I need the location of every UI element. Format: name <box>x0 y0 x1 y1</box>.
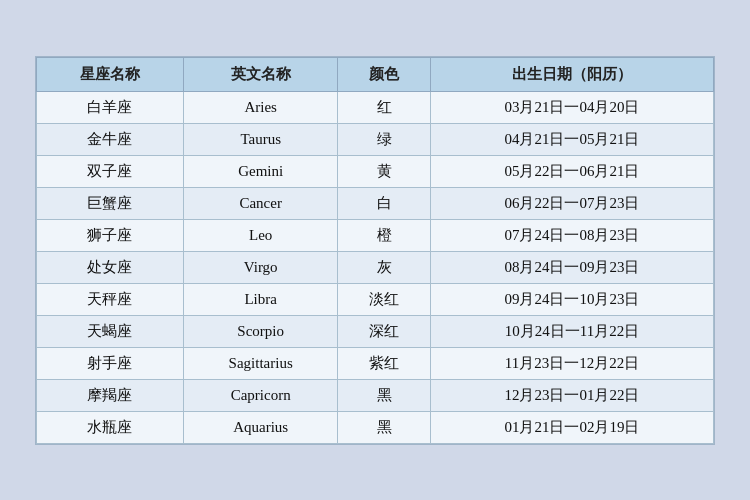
table-row: 射手座Sagittarius紫红11月23日一12月22日 <box>37 347 714 379</box>
header-col-1: 英文名称 <box>183 57 338 91</box>
cell-10-2: 黑 <box>338 411 431 443</box>
cell-1-1: Taurus <box>183 123 338 155</box>
cell-4-2: 橙 <box>338 219 431 251</box>
table-row: 金牛座Taurus绿04月21日一05月21日 <box>37 123 714 155</box>
zodiac-table: 星座名称英文名称颜色出生日期（阳历） 白羊座Aries红03月21日一04月20… <box>36 57 714 444</box>
cell-1-3: 04月21日一05月21日 <box>430 123 713 155</box>
cell-10-3: 01月21日一02月19日 <box>430 411 713 443</box>
table-row: 白羊座Aries红03月21日一04月20日 <box>37 91 714 123</box>
table-row: 处女座Virgo灰08月24日一09月23日 <box>37 251 714 283</box>
cell-4-0: 狮子座 <box>37 219 184 251</box>
cell-8-3: 11月23日一12月22日 <box>430 347 713 379</box>
cell-5-3: 08月24日一09月23日 <box>430 251 713 283</box>
cell-4-1: Leo <box>183 219 338 251</box>
cell-8-2: 紫红 <box>338 347 431 379</box>
cell-7-0: 天蝎座 <box>37 315 184 347</box>
cell-4-3: 07月24日一08月23日 <box>430 219 713 251</box>
table-header-row: 星座名称英文名称颜色出生日期（阳历） <box>37 57 714 91</box>
cell-2-2: 黄 <box>338 155 431 187</box>
cell-9-1: Capricorn <box>183 379 338 411</box>
table-row: 摩羯座Capricorn黑12月23日一01月22日 <box>37 379 714 411</box>
cell-5-1: Virgo <box>183 251 338 283</box>
table-row: 巨蟹座Cancer白06月22日一07月23日 <box>37 187 714 219</box>
table-row: 双子座Gemini黄05月22日一06月21日 <box>37 155 714 187</box>
cell-9-3: 12月23日一01月22日 <box>430 379 713 411</box>
cell-9-0: 摩羯座 <box>37 379 184 411</box>
table-row: 狮子座Leo橙07月24日一08月23日 <box>37 219 714 251</box>
header-col-3: 出生日期（阳历） <box>430 57 713 91</box>
header-col-2: 颜色 <box>338 57 431 91</box>
cell-3-3: 06月22日一07月23日 <box>430 187 713 219</box>
cell-2-3: 05月22日一06月21日 <box>430 155 713 187</box>
table-row: 天秤座Libra淡红09月24日一10月23日 <box>37 283 714 315</box>
cell-6-2: 淡红 <box>338 283 431 315</box>
cell-9-2: 黑 <box>338 379 431 411</box>
cell-5-2: 灰 <box>338 251 431 283</box>
cell-8-1: Sagittarius <box>183 347 338 379</box>
cell-1-2: 绿 <box>338 123 431 155</box>
cell-3-2: 白 <box>338 187 431 219</box>
cell-0-0: 白羊座 <box>37 91 184 123</box>
cell-6-0: 天秤座 <box>37 283 184 315</box>
cell-7-3: 10月24日一11月22日 <box>430 315 713 347</box>
cell-7-1: Scorpio <box>183 315 338 347</box>
cell-2-0: 双子座 <box>37 155 184 187</box>
cell-6-1: Libra <box>183 283 338 315</box>
cell-10-0: 水瓶座 <box>37 411 184 443</box>
cell-5-0: 处女座 <box>37 251 184 283</box>
header-col-0: 星座名称 <box>37 57 184 91</box>
table-row: 天蝎座Scorpio深红10月24日一11月22日 <box>37 315 714 347</box>
cell-2-1: Gemini <box>183 155 338 187</box>
cell-6-3: 09月24日一10月23日 <box>430 283 713 315</box>
cell-3-1: Cancer <box>183 187 338 219</box>
cell-0-3: 03月21日一04月20日 <box>430 91 713 123</box>
cell-0-2: 红 <box>338 91 431 123</box>
cell-0-1: Aries <box>183 91 338 123</box>
cell-10-1: Aquarius <box>183 411 338 443</box>
zodiac-table-container: 星座名称英文名称颜色出生日期（阳历） 白羊座Aries红03月21日一04月20… <box>35 56 715 445</box>
cell-8-0: 射手座 <box>37 347 184 379</box>
cell-3-0: 巨蟹座 <box>37 187 184 219</box>
table-row: 水瓶座Aquarius黑01月21日一02月19日 <box>37 411 714 443</box>
table-body: 白羊座Aries红03月21日一04月20日金牛座Taurus绿04月21日一0… <box>37 91 714 443</box>
cell-7-2: 深红 <box>338 315 431 347</box>
cell-1-0: 金牛座 <box>37 123 184 155</box>
